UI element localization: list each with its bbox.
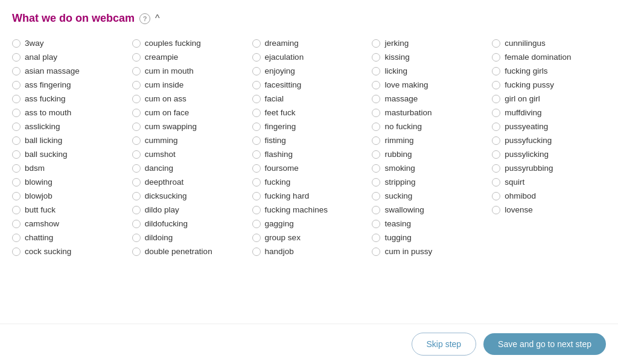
item-radio[interactable] [252,53,261,62]
item-radio[interactable] [252,234,261,242]
item-radio[interactable] [12,150,21,159]
item-label: dildo play [145,205,179,214]
item-label: pussylicking [505,150,549,159]
item-radio[interactable] [252,109,261,117]
item-radio[interactable] [492,53,500,62]
item-radio[interactable] [12,164,21,173]
item-radio[interactable] [252,178,261,187]
item-radio[interactable] [252,192,261,200]
item-radio[interactable] [492,39,500,48]
item-label: foursome [265,164,299,173]
item-radio[interactable] [372,178,380,187]
item-radio[interactable] [12,247,21,256]
list-item: fingering [252,120,366,133]
item-radio[interactable] [252,136,261,145]
item-radio[interactable] [12,192,21,200]
item-radio[interactable] [132,150,141,159]
item-radio[interactable] [372,234,380,242]
item-radio[interactable] [252,67,261,75]
item-label: smoking [384,164,415,173]
item-label: jerking [384,39,409,48]
column-2: dreamingejaculationenjoyingfacesittingfa… [252,37,366,269]
item-radio[interactable] [372,123,380,131]
item-radio[interactable] [372,150,380,159]
item-radio[interactable] [492,136,500,145]
item-radio[interactable] [492,109,500,117]
item-radio[interactable] [492,164,500,173]
item-label: rubbing [384,150,412,159]
item-radio[interactable] [372,206,380,214]
item-radio[interactable] [12,234,21,242]
item-radio[interactable] [492,95,500,103]
list-item: jerking [372,37,486,49]
item-label: fingering [265,122,296,131]
item-radio[interactable] [252,206,261,214]
item-radio[interactable] [252,164,261,173]
list-item: fucking hard [252,190,366,202]
item-radio[interactable] [132,220,141,228]
item-radio[interactable] [492,206,500,214]
item-label: bdsm [25,164,45,173]
item-radio[interactable] [132,95,141,103]
item-radio[interactable] [12,123,21,131]
item-radio[interactable] [132,67,141,75]
item-radio[interactable] [252,123,261,131]
item-radio[interactable] [372,53,380,62]
item-radio[interactable] [372,67,380,75]
item-radio[interactable] [132,109,141,117]
item-radio[interactable] [132,123,141,131]
item-label: fucking hard [265,191,310,200]
skip-button[interactable]: Skip step [412,333,477,356]
item-radio[interactable] [12,220,21,228]
item-radio[interactable] [372,81,380,89]
item-radio[interactable] [252,247,261,256]
list-item: deepthroat [132,176,246,188]
item-radio[interactable] [372,164,380,173]
item-radio[interactable] [132,234,141,242]
item-radio[interactable] [492,123,500,131]
item-radio[interactable] [12,39,21,48]
item-label: asian massage [25,66,80,75]
item-radio[interactable] [12,81,21,89]
item-radio[interactable] [372,220,380,228]
list-item: licking [372,65,486,77]
item-radio[interactable] [12,95,21,103]
item-radio[interactable] [132,39,141,48]
item-radio[interactable] [12,53,21,62]
item-radio[interactable] [372,109,380,117]
item-radio[interactable] [252,95,261,103]
item-radio[interactable] [252,39,261,48]
item-radio[interactable] [252,81,261,89]
item-radio[interactable] [132,206,141,214]
item-radio[interactable] [372,192,380,200]
item-radio[interactable] [132,81,141,89]
item-radio[interactable] [132,53,141,62]
collapse-icon[interactable]: ^ [155,13,160,24]
item-label: swallowing [384,205,424,214]
item-radio[interactable] [492,67,500,75]
item-radio[interactable] [252,220,261,228]
item-radio[interactable] [12,136,21,145]
item-radio[interactable] [12,67,21,75]
item-radio[interactable] [12,206,21,214]
item-radio[interactable] [372,247,380,256]
item-radio[interactable] [492,81,500,89]
list-item: cumshot [132,148,246,161]
save-button[interactable]: Save and go to next step [483,333,606,355]
item-radio[interactable] [12,178,21,187]
item-radio[interactable] [132,136,141,145]
item-radio[interactable] [132,247,141,256]
item-radio[interactable] [372,136,380,145]
item-radio[interactable] [492,178,500,187]
item-radio[interactable] [372,95,380,103]
item-label: fucking girls [505,66,547,75]
item-radio[interactable] [132,164,141,173]
help-icon[interactable]: ? [139,13,150,24]
item-radio[interactable] [132,178,141,187]
item-radio[interactable] [492,192,500,200]
item-radio[interactable] [252,150,261,159]
item-radio[interactable] [132,192,141,200]
item-radio[interactable] [372,39,380,48]
item-radio[interactable] [12,109,21,117]
item-radio[interactable] [492,150,500,159]
